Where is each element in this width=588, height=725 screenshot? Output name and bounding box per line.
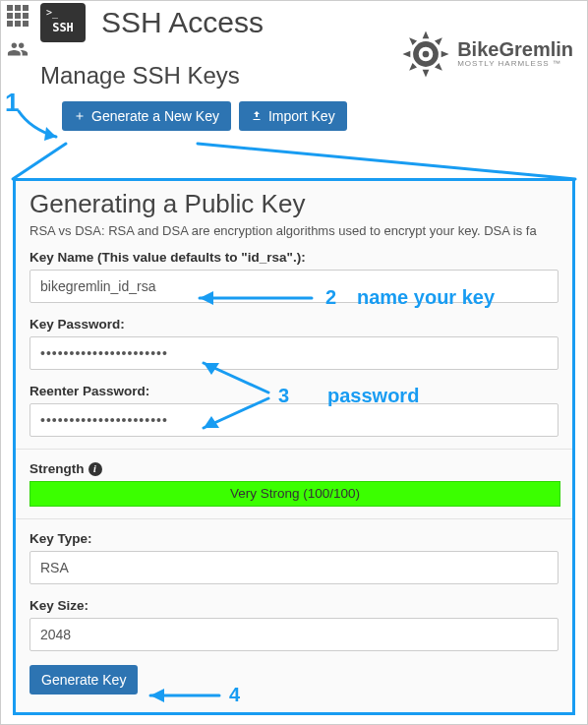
import-key-button[interactable]: Import Key <box>239 101 347 131</box>
gear-icon <box>398 27 453 82</box>
key-size-select[interactable]: 2048 <box>29 618 559 651</box>
plus-icon <box>74 110 86 122</box>
logo-tagline: MOSTLY HARMLESS ™ <box>457 60 573 68</box>
info-icon[interactable]: i <box>88 462 102 476</box>
generate-key-button[interactable]: Generate Key <box>29 665 138 695</box>
page-title: SSH Access <box>101 6 264 39</box>
sidebar <box>3 3 32 63</box>
strength-bar: Very Strong (100/100) <box>29 481 560 507</box>
section-heading: Manage SSH Keys <box>40 62 240 90</box>
key-name-input[interactable] <box>29 270 559 303</box>
reenter-password-input[interactable] <box>29 403 559 437</box>
key-type-label: Key Type: <box>29 531 559 546</box>
svg-marker-2 <box>44 127 56 141</box>
svg-line-4 <box>198 144 575 179</box>
strength-label: Strength i <box>29 461 559 476</box>
key-size-label: Key Size: <box>29 598 559 613</box>
annotation-step1: 1 <box>5 88 19 118</box>
ssh-badge-icon: SSH <box>40 3 86 42</box>
generate-key-panel: Generating a Public Key RSA vs DSA: RSA … <box>13 178 575 715</box>
generate-key-label: Generate Key <box>41 672 126 688</box>
import-icon <box>251 110 263 122</box>
key-name-label: Key Name (This value defaults to "id_rsa… <box>29 250 559 265</box>
users-icon[interactable] <box>7 38 29 63</box>
generate-new-key-label: Generate a New Key <box>91 108 219 124</box>
modal-title: Generating a Public Key <box>29 189 559 219</box>
reenter-password-label: Reenter Password: <box>29 384 559 398</box>
apps-grid-icon[interactable] <box>7 5 29 27</box>
generate-new-key-button[interactable]: Generate a New Key <box>62 101 231 131</box>
import-key-label: Import Key <box>268 108 335 124</box>
key-password-label: Key Password: <box>29 317 559 332</box>
svg-point-1 <box>423 51 430 58</box>
action-buttons: Generate a New Key Import Key <box>62 101 347 131</box>
modal-description: RSA vs DSA: RSA and DSA are encryption a… <box>29 223 559 238</box>
bikegremlin-logo: BikeGremlin MOSTLY HARMLESS ™ <box>398 27 573 82</box>
logo-title: BikeGremlin <box>457 39 573 60</box>
key-password-input[interactable] <box>29 336 559 370</box>
key-type-select[interactable]: RSA <box>29 551 559 584</box>
svg-line-3 <box>13 144 66 179</box>
